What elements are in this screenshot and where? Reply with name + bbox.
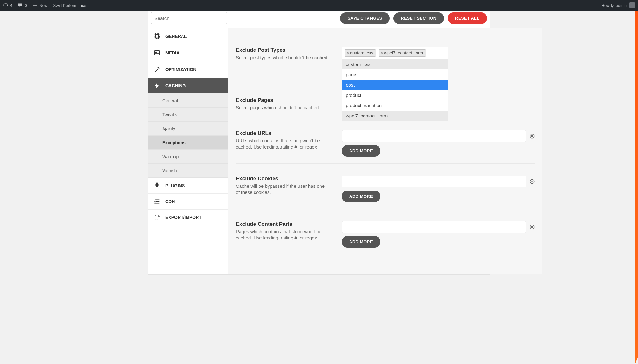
remove-row-icon[interactable] [529, 133, 535, 139]
topbar-updates[interactable]: 4 [3, 3, 12, 8]
field-title: Exclude Pages [236, 97, 329, 103]
howdy-text[interactable]: Howdy, admin [602, 3, 627, 8]
dropdown-item[interactable]: custom_css [342, 59, 448, 69]
field-desc: Cache will be bypassed if the user has o… [236, 183, 329, 196]
sidebar-subitem-varnish[interactable]: Varnish [148, 164, 228, 178]
avatar[interactable] [629, 2, 635, 8]
wand-icon [153, 66, 161, 73]
plug-icon [153, 182, 161, 189]
sidebar-item-label: Plugins [165, 183, 185, 188]
comment-icon [18, 3, 23, 8]
sidebar: General Media Optimization Caching Gener… [148, 28, 228, 274]
reset-section-button[interactable]: Reset Section [393, 12, 444, 24]
sidebar-item-media[interactable]: Media [148, 45, 228, 61]
reset-all-button[interactable]: Reset All [448, 12, 487, 24]
new-label: New [39, 3, 47, 8]
plus-icon [32, 3, 37, 8]
sidebar-item-label: Caching [165, 83, 186, 88]
remove-tag-icon[interactable]: × [381, 51, 383, 55]
sidebar-item-label: Optimization [165, 67, 196, 72]
sidebar-item-export-import[interactable]: Export/Import [148, 210, 228, 225]
cookie-input[interactable] [342, 176, 526, 187]
sidebar-subitem-exceptions[interactable]: Exceptions [148, 136, 228, 150]
accent-bar [635, 11, 638, 275]
sidebar-item-label: CDN [165, 199, 175, 204]
toolbar: Save Changes Reset Section Reset All [148, 11, 490, 28]
dropdown: custom_css page post product product_var… [342, 59, 448, 121]
dropdown-item[interactable]: page [342, 69, 448, 80]
comments-count: 0 [25, 3, 27, 8]
topbar-comments[interactable]: 0 [18, 3, 27, 8]
url-input[interactable] [342, 130, 526, 142]
sidebar-subitem-general[interactable]: General [148, 94, 228, 108]
add-more-button[interactable]: Add More [342, 145, 380, 157]
save-button[interactable]: Save Changes [340, 12, 390, 24]
topbar-app-name[interactable]: Swift Performance [53, 3, 86, 8]
content-part-input[interactable] [342, 221, 526, 233]
field-desc: Pages which contains that string won't b… [236, 229, 329, 241]
image-icon [153, 49, 161, 57]
dropdown-item[interactable]: product [342, 90, 448, 100]
updates-count: 4 [10, 3, 12, 8]
sidebar-subitem-tweaks[interactable]: Tweaks [148, 108, 228, 122]
list-icon [153, 198, 161, 205]
dropdown-item[interactable]: wpcf7_contact_form [342, 111, 448, 121]
svg-point-2 [155, 203, 155, 203]
tag[interactable]: ×custom_css [345, 49, 376, 57]
sidebar-subitem-ajaxify[interactable]: Ajaxify [148, 122, 228, 136]
search-input[interactable] [151, 12, 227, 24]
field-exclude-cookies: Exclude Cookies Cache will be bypassed i… [236, 171, 535, 209]
field-exclude-post-types: Exclude Post Types Select post types whi… [236, 43, 535, 68]
field-desc: Select post types which shouldn't be cac… [236, 54, 329, 61]
refresh-icon [3, 3, 8, 8]
sidebar-item-caching[interactable]: Caching [148, 78, 228, 94]
sidebar-item-general[interactable]: General [148, 28, 228, 45]
remove-row-icon[interactable] [529, 224, 535, 230]
bolt-icon [153, 82, 161, 89]
tag[interactable]: ×wpcf7_contact_form [379, 49, 426, 57]
topbar-new[interactable]: New [32, 3, 47, 8]
remove-row-icon[interactable] [529, 179, 535, 184]
tags-input[interactable]: ×custom_css ×wpcf7_contact_form [342, 47, 448, 59]
add-more-button[interactable]: Add More [342, 191, 380, 202]
dropdown-item[interactable]: post [342, 80, 448, 90]
field-title: Exclude Post Types [236, 47, 329, 53]
sidebar-item-cdn[interactable]: CDN [148, 194, 228, 210]
content: Exclude Post Types Select post types whi… [228, 28, 542, 274]
add-more-button[interactable]: Add More [342, 236, 380, 248]
sidebar-subitem-warmup[interactable]: Warmup [148, 150, 228, 164]
sidebar-item-plugins[interactable]: Plugins [148, 178, 228, 194]
field-desc: Select pages which shouldn't be cached. [236, 105, 329, 111]
remove-tag-icon[interactable]: × [347, 51, 349, 55]
field-exclude-urls: Exclude URLs URLs which contains that st… [236, 126, 535, 164]
sidebar-item-optimization[interactable]: Optimization [148, 61, 228, 78]
field-title: Exclude Cookies [236, 176, 329, 182]
field-desc: URLs which contains that string won't be… [236, 138, 329, 150]
sidebar-item-label: Export/Import [165, 215, 202, 220]
field-title: Exclude Content Parts [236, 221, 329, 227]
sidebar-item-label: General [165, 34, 187, 39]
refresh-icon [153, 214, 161, 221]
admin-topbar: 4 0 New Swift Performance Howdy, admin [0, 0, 638, 11]
gear-icon [153, 33, 161, 40]
dropdown-item[interactable]: product_variation [342, 100, 448, 111]
sidebar-item-label: Media [165, 50, 179, 55]
field-title: Exclude URLs [236, 130, 329, 136]
field-exclude-content-parts: Exclude Content Parts Pages which contai… [236, 217, 535, 254]
